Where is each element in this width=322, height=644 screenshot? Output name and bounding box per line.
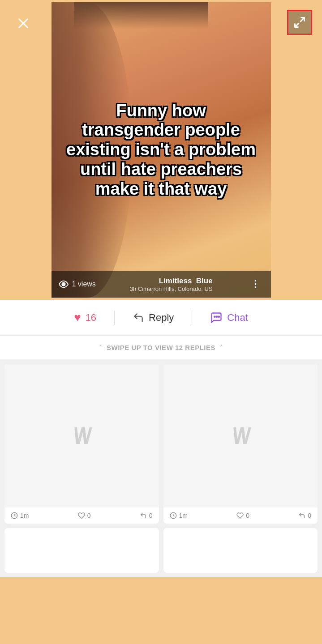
video-frame: Funny how transgender people existing is… [52, 2, 271, 298]
close-button[interactable] [13, 13, 33, 33]
likes-text-2: 0 [246, 512, 249, 519]
likes-text: 0 [87, 512, 91, 519]
svg-point-5 [215, 316, 215, 317]
username: Limitless_Blue [130, 277, 213, 286]
user-meta: 3h Cimarron Hills, Colorado, US [130, 286, 213, 292]
svg-point-6 [216, 316, 217, 317]
clock-icon [11, 512, 18, 519]
reply-card-partial-1[interactable] [4, 528, 159, 573]
comments-text: 0 [149, 512, 153, 519]
reply-label: Reply [149, 312, 174, 324]
action-bar: ♥ 16 Reply Chat [0, 300, 322, 336]
heart-icon: ♥ [74, 311, 81, 324]
reply-thumbnail: \/\/ [4, 364, 159, 508]
reply-duration-2: 1m [170, 512, 188, 519]
reply-likes: 0 [78, 512, 91, 519]
swipe-text: SWIPE UP TO VIEW 12 REPLIES [107, 344, 215, 351]
reply-likes-2: 0 [236, 512, 249, 519]
heart-small-icon-2 [236, 512, 244, 519]
reply-comments-2: 0 [298, 512, 311, 519]
swipe-bar[interactable]: ˄ SWIPE UP TO VIEW 12 REPLIES ˄ [0, 336, 322, 360]
reply-small-icon [140, 512, 147, 519]
view-count-text: 1 views [72, 280, 96, 288]
reply-duration: 1m [11, 512, 29, 519]
duration-text: 1m [20, 512, 29, 519]
reply-thumbnail: \/\/ [163, 364, 318, 508]
views-count: 1 views [59, 279, 96, 289]
reply-button[interactable]: Reply [115, 308, 192, 327]
user-info: Limitless_Blue 3h Cimarron Hills, Colora… [130, 277, 213, 292]
reply-card-partial-2[interactable] [163, 528, 318, 573]
like-count: 16 [86, 312, 96, 324]
duration-text-2: 1m [179, 512, 188, 519]
like-button[interactable]: ♥ 16 [56, 307, 114, 328]
replies-grid-bottom [0, 528, 322, 577]
more-options-button[interactable]: ⋮ [247, 277, 264, 291]
svg-point-4 [61, 282, 65, 286]
chat-button[interactable]: Chat [192, 308, 266, 328]
reply-comments: 0 [140, 512, 153, 519]
reply-card-footer-2: 1m 0 0 [163, 508, 318, 524]
expand-button[interactable] [287, 10, 312, 35]
reply-small-icon-2 [298, 512, 305, 519]
chevron-right-icon: ˄ [220, 344, 223, 351]
comments-text-2: 0 [308, 512, 311, 519]
replies-grid: \/\/ 1m 0 0 [0, 360, 322, 528]
video-overlay: 1 views Limitless_Blue 3h Cimarron Hills… [52, 271, 271, 298]
svg-point-7 [219, 316, 219, 317]
reply-card[interactable]: \/\/ 1m 0 0 [4, 364, 159, 524]
clock-icon-2 [170, 512, 177, 519]
chat-icon [210, 311, 223, 324]
reply-icon [133, 312, 144, 324]
chat-label: Chat [227, 312, 248, 324]
video-container: Funny how transgender people existing is… [0, 0, 322, 300]
heart-small-icon [78, 512, 85, 519]
reply-card[interactable]: \/\/ 1m 0 0 [163, 364, 318, 524]
video-caption: Funny how transgender people existing is… [52, 92, 271, 208]
chevron-left-icon: ˄ [99, 344, 102, 351]
app-logo-2: \/\/ [231, 423, 249, 449]
app-logo: \/\/ [73, 423, 91, 449]
reply-card-footer: 1m 0 0 [4, 508, 159, 524]
